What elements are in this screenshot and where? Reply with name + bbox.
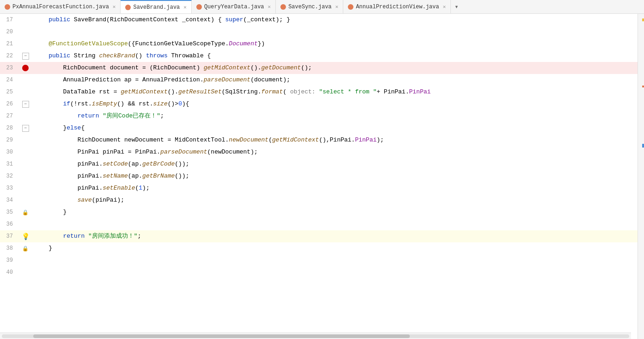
linenum-32: 32 [0, 173, 18, 179]
code-21: @FunctionGetValueScope({FunctionGetValue… [32, 38, 638, 50]
line-40: 40 [0, 266, 638, 278]
tab-close-5[interactable]: ✕ [443, 4, 446, 10]
fold-26[interactable]: − [22, 101, 29, 108]
scrollbar-h-thumb[interactable] [33, 334, 410, 338]
line-31: 31 pinPai.setCode(ap.getBrCode()); [0, 158, 638, 170]
linenum-27: 27 [0, 113, 18, 119]
linenum-22: 22 [0, 53, 18, 59]
linenum-29: 29 [0, 137, 18, 143]
code-27: return "房间Code已存在！"; [32, 110, 638, 122]
code-20 [32, 26, 638, 38]
gutter-22: − [18, 53, 32, 60]
linenum-35: 35 [0, 209, 18, 216]
gutter-37: 💡 [18, 233, 32, 240]
linenum-36: 36 [0, 221, 18, 228]
tab-savebrand[interactable]: SaveBrand.java ✕ [121, 0, 191, 14]
linenum-17: 17 [0, 17, 18, 23]
code-22: public String checkBrand() throws Throwa… [32, 50, 638, 62]
linenum-21: 21 [0, 41, 18, 47]
tab-savesync[interactable]: SaveSync.java ✕ [276, 0, 343, 14]
code-17: public SaveBrand(RichDocumentContext _co… [32, 14, 638, 26]
lock-icon-38: 🔒 [22, 246, 29, 252]
line-27: 27 return "房间Code已存在！"; [0, 110, 638, 122]
linenum-24: 24 [0, 77, 18, 83]
linenum-40: 40 [0, 269, 18, 276]
linenum-23: 23 [0, 65, 18, 71]
code-40 [32, 266, 638, 278]
gutter-26: − [18, 101, 32, 108]
line-38: 38 🔒 } [0, 242, 638, 254]
code-23: RichDocument document = (RichDocument) g… [32, 62, 638, 74]
linenum-20: 20 [0, 29, 18, 35]
scroll-marker-yellow [642, 18, 644, 21]
breakpoint-icon-23[interactable] [22, 65, 29, 71]
scrollbar-vertical[interactable] [638, 14, 644, 339]
tab-close-3[interactable]: ✕ [268, 4, 271, 10]
line-33: 33 pinPai.setEnable(1); [0, 182, 638, 194]
linenum-33: 33 [0, 185, 18, 191]
linenum-39: 39 [0, 257, 18, 264]
gutter-28: − [18, 125, 32, 132]
tab-pxannual[interactable]: PxAnnualForecastFunction.java ✕ [0, 0, 121, 14]
line-28: 28 − }else{ [0, 122, 638, 134]
tab-close-4[interactable]: ✕ [335, 4, 339, 10]
line-17: 17 public SaveBrand(RichDocumentContext … [0, 14, 638, 26]
tab-label-5: AnnualPredictionView.java [356, 4, 439, 10]
code-30: PinPai pinPai = PinPai.parseDocument(new… [32, 146, 638, 158]
tab-overflow-button[interactable]: ▾ [451, 3, 462, 11]
code-area[interactable]: 17 public SaveBrand(RichDocumentContext … [0, 14, 638, 339]
c-icon-1 [5, 4, 10, 10]
linenum-34: 34 [0, 197, 18, 203]
code-34: save(pinPai); [32, 194, 638, 206]
code-24: AnnualPrediction ap = AnnualPrediction.p… [32, 74, 638, 86]
line-23: 23 RichDocument document = (RichDocument… [0, 62, 638, 74]
editor: 17 public SaveBrand(RichDocumentContext … [0, 14, 644, 339]
tab-bar: PxAnnualForecastFunction.java ✕ SaveBran… [0, 0, 644, 14]
tab-label-2: SaveBrand.java [133, 4, 180, 11]
gutter-38: 🔒 [18, 246, 32, 252]
linenum-26: 26 [0, 101, 18, 107]
line-29: 29 RichDocument newDocument = MidContext… [0, 134, 638, 146]
code-29: RichDocument newDocument = MidContextToo… [32, 134, 638, 146]
linenum-38: 38 [0, 245, 18, 252]
line-25: 25 DataTable rst = getMidContext().getRe… [0, 86, 638, 98]
gutter-35: 🔒 [18, 210, 32, 216]
tab-queryyear[interactable]: QueryYearData.java ✕ [192, 0, 276, 14]
line-20: 20 [0, 26, 638, 38]
scroll-marker-blue [642, 144, 644, 148]
line-26: 26 − if(!rst.isEmpty() && rst.size()>0){ [0, 98, 638, 110]
scroll-marker-orange [642, 86, 644, 87]
c-icon-5 [348, 4, 353, 10]
tab-label-1: PxAnnualForecastFunction.java [12, 4, 109, 10]
tab-close-1[interactable]: ✕ [113, 4, 116, 10]
line-32: 32 pinPai.setName(ap.getBrName()); [0, 170, 638, 182]
line-21: 21 @FunctionGetValueScope({FunctionGetVa… [0, 38, 638, 50]
code-38: } [32, 242, 638, 254]
line-39: 39 [0, 254, 638, 266]
linenum-28: 28 [0, 125, 18, 131]
code-32: pinPai.setName(ap.getBrName()); [32, 170, 638, 182]
line-34: 34 save(pinPai); [0, 194, 638, 206]
c-icon-2 [125, 5, 131, 10]
code-28: }else{ [32, 122, 638, 134]
linenum-37: 37 [0, 233, 18, 240]
fold-28[interactable]: − [22, 125, 29, 132]
c-icon-3 [196, 4, 202, 10]
scrollbar-h-track [2, 334, 629, 338]
code-31: pinPai.setCode(ap.getBrCode()); [32, 158, 638, 170]
line-36: 36 [0, 218, 638, 230]
gutter-23 [18, 65, 32, 71]
fold-22[interactable]: − [22, 53, 29, 60]
c-icon-4 [280, 4, 286, 10]
scrollbar-horizontal[interactable] [0, 333, 631, 339]
code-25: DataTable rst = getMidContext().getResul… [32, 86, 638, 98]
linenum-25: 25 [0, 89, 18, 95]
line-22: 22 − public String checkBrand() throws T… [0, 50, 638, 62]
tab-annualprediction[interactable]: AnnualPredictionView.java ✕ [343, 0, 451, 14]
lightbulb-icon-37[interactable]: 💡 [22, 233, 30, 240]
linenum-31: 31 [0, 161, 18, 167]
line-24: 24 AnnualPrediction ap = AnnualPredictio… [0, 74, 638, 86]
line-30: 30 PinPai pinPai = PinPai.parseDocument(… [0, 146, 638, 158]
tab-close-2[interactable]: ✕ [183, 4, 187, 10]
code-35: } [32, 206, 638, 218]
